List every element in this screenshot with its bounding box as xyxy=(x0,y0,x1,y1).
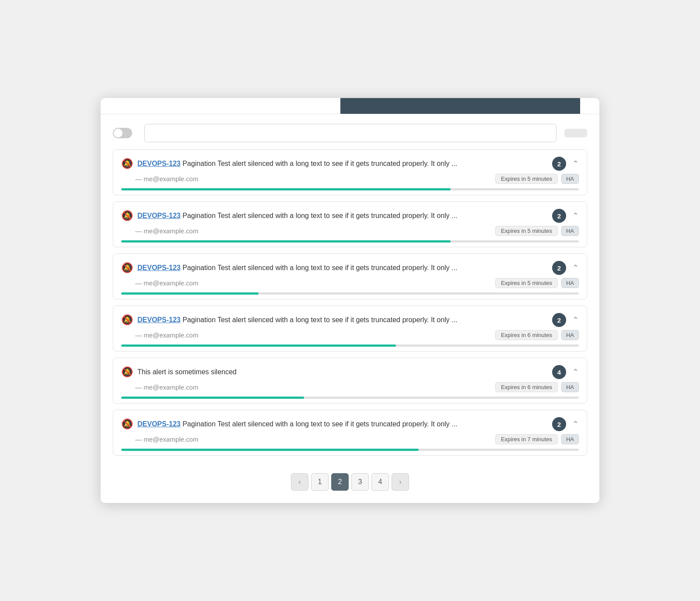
chevron-up-icon[interactable]: ⌃ xyxy=(572,367,579,377)
silence-title: DEVOPS-123 Pagination Test alert silence… xyxy=(137,420,548,428)
silence-item: 🔕 This alert is sometimes silenced 4 ⌃ —… xyxy=(113,358,587,404)
silence-author: — me@example.com xyxy=(135,383,495,391)
progress-bar-fg xyxy=(121,449,419,451)
silence-item: 🔕 DEVOPS-123 Pagination Test alert silen… xyxy=(113,306,587,351)
search-input[interactable] xyxy=(144,124,556,142)
progress-bar-bg xyxy=(121,344,579,347)
silence-top: 🔕 DEVOPS-123 Pagination Test alert silen… xyxy=(121,209,579,223)
progress-bar-bg xyxy=(121,292,579,295)
expires-badge: Expires in 5 minutes xyxy=(495,278,558,288)
silence-item: 🔕 DEVOPS-123 Pagination Test alert silen… xyxy=(113,253,587,299)
silence-top: 🔕 DEVOPS-123 Pagination Test alert silen… xyxy=(121,313,579,327)
progress-bar-fg xyxy=(121,397,304,399)
chevron-up-icon[interactable]: ⌃ xyxy=(572,211,579,221)
silence-title: DEVOPS-123 Pagination Test alert silence… xyxy=(137,264,548,272)
chevron-up-icon[interactable]: ⌃ xyxy=(572,263,579,273)
silence-title: DEVOPS-123 Pagination Test alert silence… xyxy=(137,316,548,324)
progress-bar-bg xyxy=(121,449,579,451)
progress-bar-fg xyxy=(121,292,259,295)
page-button-3[interactable]: 3 xyxy=(351,473,369,491)
prev-page-button[interactable]: ‹ xyxy=(291,473,308,491)
silence-title: This alert is sometimes silenced xyxy=(137,368,548,376)
expires-badge: Expires in 5 minutes xyxy=(495,174,558,184)
silence-meta: — me@example.com Expires in 7 minutes HA xyxy=(121,434,579,444)
ha-badge: HA xyxy=(561,226,579,236)
silence-meta: — me@example.com Expires in 6 minutes HA xyxy=(121,382,579,392)
progress-bar-bg xyxy=(121,188,579,190)
silence-link[interactable]: DEVOPS-123 xyxy=(137,420,181,428)
silence-meta: — me@example.com Expires in 5 minutes HA xyxy=(121,226,579,236)
chevron-up-icon[interactable]: ⌃ xyxy=(572,159,579,169)
progress-bar-bg xyxy=(121,240,579,243)
expires-badge: Expires in 6 minutes xyxy=(495,330,558,340)
alert-count-badge: 2 xyxy=(552,209,566,223)
silence-author: — me@example.com xyxy=(135,331,495,339)
modal: 🔕 DEVOPS-123 Pagination Test alert silen… xyxy=(101,98,599,503)
expires-badge: Expires in 6 minutes xyxy=(495,382,558,392)
silence-author: — me@example.com xyxy=(135,279,495,287)
expires-badge: Expires in 7 minutes xyxy=(495,434,558,444)
silence-top: 🔕 DEVOPS-123 Pagination Test alert silen… xyxy=(121,261,579,275)
ha-badge: HA xyxy=(561,330,579,340)
alert-count-badge: 2 xyxy=(552,313,566,327)
silence-top: 🔕 DEVOPS-123 Pagination Test alert silen… xyxy=(121,157,579,171)
alert-count-badge: 4 xyxy=(552,365,566,379)
silence-author: — me@example.com xyxy=(135,436,495,443)
page-button-2[interactable]: 2 xyxy=(331,473,349,491)
progress-bar-fg xyxy=(121,188,451,190)
silence-link[interactable]: DEVOPS-123 xyxy=(137,264,181,271)
expires-badge: Expires in 5 minutes xyxy=(495,226,558,236)
show-expired-toggle[interactable] xyxy=(113,128,132,138)
pagination: ‹1234› xyxy=(101,468,599,503)
ha-badge: HA xyxy=(561,174,579,184)
modal-header xyxy=(101,98,599,114)
ha-badge: HA xyxy=(561,434,579,444)
tab-browse[interactable] xyxy=(340,98,580,114)
page-button-4[interactable]: 4 xyxy=(371,473,389,491)
sort-order-button[interactable] xyxy=(564,129,587,137)
bell-slash-icon: 🔕 xyxy=(121,366,133,378)
chevron-up-icon[interactable]: ⌃ xyxy=(572,419,579,429)
progress-bar-bg xyxy=(121,397,579,399)
bell-slash-icon: 🔕 xyxy=(121,158,133,169)
silence-item: 🔕 DEVOPS-123 Pagination Test alert silen… xyxy=(113,201,587,247)
silence-title: DEVOPS-123 Pagination Test alert silence… xyxy=(137,212,548,220)
silence-author: — me@example.com xyxy=(135,227,495,235)
ha-badge: HA xyxy=(561,278,579,288)
tab-new-silence[interactable] xyxy=(101,98,340,114)
silence-list: 🔕 DEVOPS-123 Pagination Test alert silen… xyxy=(101,149,599,468)
bell-slash-icon: 🔕 xyxy=(121,418,133,430)
progress-bar-fg xyxy=(121,344,396,347)
alert-count-badge: 2 xyxy=(552,157,566,171)
progress-bar-fg xyxy=(121,240,451,243)
silence-author: — me@example.com xyxy=(135,175,495,183)
alert-count-badge: 2 xyxy=(552,417,566,431)
ha-badge: HA xyxy=(561,382,579,392)
bell-slash-icon: 🔕 xyxy=(121,262,133,274)
silence-top: 🔕 DEVOPS-123 Pagination Test alert silen… xyxy=(121,417,579,431)
silence-link[interactable]: DEVOPS-123 xyxy=(137,160,181,167)
silence-link[interactable]: DEVOPS-123 xyxy=(137,212,181,219)
silence-item: 🔕 DEVOPS-123 Pagination Test alert silen… xyxy=(113,149,587,195)
alert-count-badge: 2 xyxy=(552,261,566,275)
chevron-up-icon[interactable]: ⌃ xyxy=(572,315,579,325)
silence-title: DEVOPS-123 Pagination Test alert silence… xyxy=(137,160,548,168)
bell-slash-icon: 🔕 xyxy=(121,314,133,326)
silence-item: 🔕 DEVOPS-123 Pagination Test alert silen… xyxy=(113,410,587,456)
silence-link[interactable]: DEVOPS-123 xyxy=(137,316,181,323)
next-page-button[interactable]: › xyxy=(392,473,409,491)
toolbar xyxy=(101,114,599,149)
show-expired-wrap xyxy=(113,128,136,138)
bell-slash-icon: 🔕 xyxy=(121,210,133,221)
silence-meta: — me@example.com Expires in 5 minutes HA xyxy=(121,278,579,288)
silence-meta: — me@example.com Expires in 5 minutes HA xyxy=(121,174,579,184)
silence-meta: — me@example.com Expires in 6 minutes HA xyxy=(121,330,579,340)
page-button-1[interactable]: 1 xyxy=(311,473,329,491)
silence-top: 🔕 This alert is sometimes silenced 4 ⌃ xyxy=(121,365,579,379)
